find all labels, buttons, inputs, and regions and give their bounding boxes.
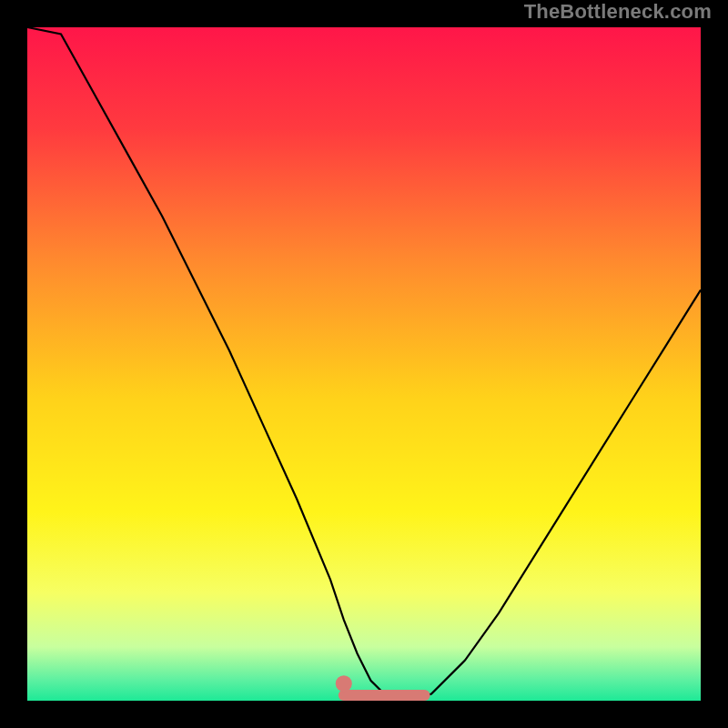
bottleneck-curve	[27, 27, 701, 701]
chart-frame	[18, 18, 710, 710]
watermark-label: TheBottleneck.com	[524, 0, 712, 24]
svg-point-1	[336, 675, 352, 692]
plot-area	[27, 27, 701, 701]
